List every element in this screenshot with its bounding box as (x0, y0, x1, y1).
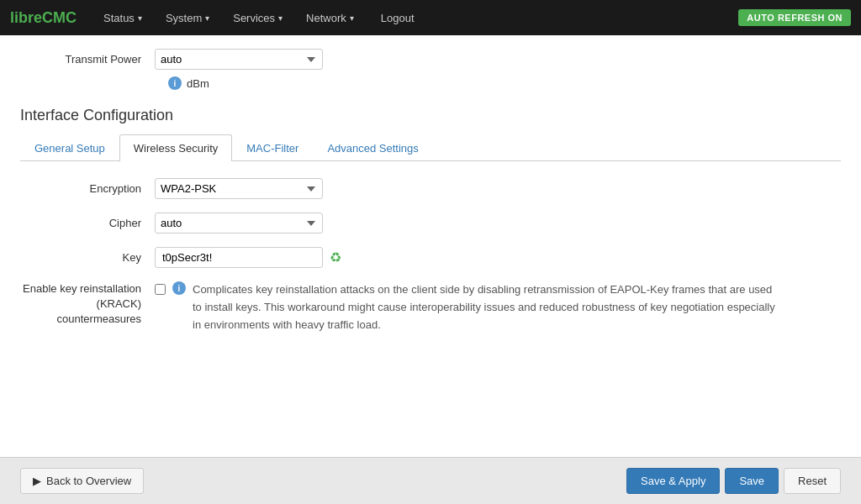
section-title: Interface Configuration (20, 107, 841, 124)
encryption-select[interactable]: None WPA2-PSK WPA-PSK WPA/WPA2-PSK mixed… (155, 178, 323, 199)
main-content: Transmit Power auto 0 dBm 1 dBm 5 dBm 10… (0, 35, 861, 457)
krack-label: Enable key reinstallation (KRACK) counte… (20, 281, 155, 328)
bottom-bar: ▶ Back to Overview Save & Apply Save Res… (0, 457, 861, 504)
transmit-power-select[interactable]: auto 0 dBm 1 dBm 5 dBm 10 dBm 15 dBm 20 … (155, 49, 323, 70)
krack-content: i Complicates key reinstallation attacks… (155, 281, 841, 333)
back-icon: ▶ (33, 475, 41, 487)
brand-part2: CMC (42, 9, 77, 26)
tab-advanced-settings[interactable]: Advanced Settings (313, 134, 432, 161)
brand-logo: libreCMC (10, 9, 77, 27)
cipher-row: Cipher auto Force CCMP (AES) Force TKIP … (20, 213, 841, 234)
transmit-power-row: Transmit Power auto 0 dBm 1 dBm 5 dBm 10… (20, 49, 841, 70)
cipher-label: Cipher (20, 217, 155, 229)
nav-network[interactable]: Network ▾ (296, 7, 364, 29)
cipher-input-wrap: auto Force CCMP (AES) Force TKIP Force T… (155, 213, 323, 234)
top-navbar: libreCMC Status ▾ System ▾ Services ▾ Ne… (0, 0, 861, 35)
interface-tabs: General Setup Wireless Security MAC-Filt… (20, 134, 841, 161)
encryption-label: Encryption (20, 182, 155, 195)
auto-refresh-badge: AUTO REFRESH ON (738, 9, 851, 26)
back-to-overview-button[interactable]: ▶ Back to Overview (20, 468, 144, 494)
encryption-input-wrap: None WPA2-PSK WPA-PSK WPA/WPA2-PSK mixed… (155, 178, 323, 199)
status-chevron-icon: ▾ (138, 13, 142, 23)
krack-info-icon[interactable]: i (172, 281, 186, 295)
nav-services[interactable]: Services ▾ (223, 7, 293, 29)
services-chevron-icon: ▾ (278, 13, 283, 23)
dbm-row: i dBm (168, 76, 841, 90)
tab-general-setup[interactable]: General Setup (20, 134, 119, 161)
tab-wireless-security[interactable]: Wireless Security (119, 134, 232, 161)
reset-button[interactable]: Reset (784, 468, 841, 494)
encryption-row: Encryption None WPA2-PSK WPA-PSK WPA/WPA… (20, 178, 841, 199)
network-chevron-icon: ▾ (350, 13, 354, 23)
tab-mac-filter[interactable]: MAC-Filter (232, 134, 313, 161)
key-label: Key (20, 251, 155, 264)
nav-status[interactable]: Status ▾ (93, 7, 152, 29)
nav-system[interactable]: System ▾ (156, 7, 219, 29)
save-apply-button[interactable]: Save & Apply (626, 468, 720, 494)
krack-description: Complicates key reinstallation attacks o… (193, 281, 781, 333)
key-input[interactable] (155, 247, 323, 268)
transmit-power-control: auto 0 dBm 1 dBm 5 dBm 10 dBm 15 dBm 20 … (155, 49, 323, 70)
krack-row: Enable key reinstallation (KRACK) counte… (20, 281, 841, 333)
brand-part1: libre (10, 9, 42, 26)
key-row: Key ♻ (20, 247, 841, 268)
nav-logout[interactable]: Logout (371, 7, 425, 29)
action-buttons: Save & Apply Save Reset (626, 468, 841, 494)
system-chevron-icon: ▾ (205, 13, 209, 23)
dbm-info-icon[interactable]: i (168, 76, 182, 90)
key-regenerate-icon[interactable]: ♻ (330, 249, 341, 265)
cipher-select[interactable]: auto Force CCMP (AES) Force TKIP Force T… (155, 213, 323, 234)
transmit-power-label: Transmit Power (20, 53, 155, 66)
krack-checkbox[interactable] (155, 284, 166, 295)
save-button[interactable]: Save (725, 468, 779, 494)
key-input-wrap: ♻ (155, 247, 341, 268)
dbm-unit: dBm (187, 77, 209, 90)
